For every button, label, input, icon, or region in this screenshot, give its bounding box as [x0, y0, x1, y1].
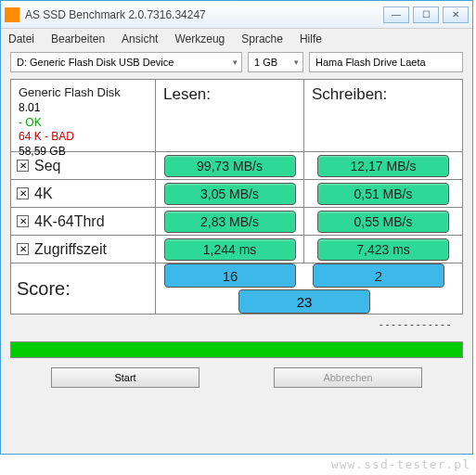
maximize-button[interactable]: ☐: [413, 6, 439, 23]
access-read-value: 1,244 ms: [164, 238, 296, 261]
menu-file[interactable]: Datei: [8, 32, 34, 45]
seq-label: Seq: [34, 158, 60, 174]
score-label-cell: Score:: [11, 263, 156, 314]
dashes-indicator: ------------: [10, 315, 463, 334]
seq-checkbox[interactable]: ✕: [17, 160, 29, 172]
row-4k: ✕4K 3,05 MB/s 0,51 MB/s: [11, 180, 462, 208]
device-info-cell: Generic Flash Disk 8.01 - OK 64 K - BAD …: [11, 80, 156, 151]
seq-read-cell: 99,73 MB/s: [156, 152, 304, 179]
4k-read-cell: 3,05 MB/s: [156, 180, 304, 207]
access-read-cell: 1,244 ms: [156, 236, 304, 263]
abort-button[interactable]: Abbrechen: [274, 367, 422, 388]
progress-bar: [10, 341, 463, 358]
app-icon: [5, 7, 19, 22]
button-row: Start Abbrechen: [1, 366, 472, 393]
read-header-cell: Lesen:: [156, 80, 304, 151]
menu-view[interactable]: Ansicht: [122, 32, 158, 45]
device-name: Generic Flash Disk: [19, 85, 121, 99]
row-score: Score: 16 2 23: [11, 263, 462, 314]
4k64-read-cell: 2,83 MB/s: [156, 208, 304, 235]
4k64-label-cell: ✕4K-64Thrd: [11, 208, 156, 235]
drive-name-input[interactable]: Hama Flash Drive Laeta: [309, 52, 463, 72]
row-seq: ✕Seq 99,73 MB/s 12,17 MB/s: [11, 152, 462, 180]
4k-label-cell: ✕4K: [11, 180, 156, 207]
4k-read-value: 3,05 MB/s: [164, 183, 296, 205]
access-label-cell: ✕Zugriffszeit: [11, 236, 156, 263]
drive-name-value: Hama Flash Drive Laeta: [315, 57, 426, 68]
4k64-read-value: 2,83 MB/s: [164, 211, 296, 233]
score-read: 16: [164, 263, 296, 288]
read-header: Lesen:: [163, 85, 211, 104]
score-total: 23: [238, 289, 370, 314]
header-row: Generic Flash Disk 8.01 - OK 64 K - BAD …: [11, 80, 462, 152]
status-ok: - OK: [19, 116, 42, 131]
write-header-cell: Schreiben:: [304, 80, 462, 151]
device-select-value: D: Generic Flash Disk USB Device: [17, 57, 174, 68]
4k-checkbox[interactable]: ✕: [17, 187, 29, 199]
device-version: 8.01: [19, 101, 40, 116]
size-select[interactable]: 1 GB: [248, 52, 303, 72]
device-select[interactable]: D: Generic Flash Disk USB Device: [10, 52, 242, 72]
4k64-write-value: 0,55 MB/s: [317, 211, 449, 233]
size-select-value: 1 GB: [254, 57, 277, 68]
titlebar: AS SSD Benchmark 2.0.7316.34247 ― ☐ ✕: [1, 1, 472, 29]
menu-edit[interactable]: Bearbeiten: [51, 32, 105, 45]
4k-write-value: 0,51 MB/s: [317, 183, 449, 205]
app-window: AS SSD Benchmark 2.0.7316.34247 ― ☐ ✕ Da…: [0, 0, 473, 455]
4k64-label: 4K-64Thrd: [34, 213, 105, 230]
seq-write-cell: 12,17 MB/s: [304, 152, 462, 179]
seq-read-value: 99,73 MB/s: [164, 155, 296, 177]
4k64-write-cell: 0,55 MB/s: [304, 208, 462, 235]
seq-write-value: 12,17 MB/s: [317, 155, 449, 177]
start-button[interactable]: Start: [51, 367, 199, 388]
4k-label: 4K: [34, 186, 53, 202]
menu-tool[interactable]: Werkzeug: [174, 32, 225, 45]
watermark: www.ssd-tester.pl: [331, 457, 470, 471]
results-area: Generic Flash Disk 8.01 - OK 64 K - BAD …: [1, 75, 472, 338]
row-4k64: ✕4K-64Thrd 2,83 MB/s 0,55 MB/s: [11, 208, 462, 236]
write-header: Schreiben:: [312, 85, 387, 104]
status-bad: 64 K - BAD: [19, 130, 74, 145]
4k-write-cell: 0,51 MB/s: [304, 180, 462, 207]
menubar: Datei Bearbeiten Ansicht Werkzeug Sprach…: [1, 29, 472, 49]
row-access: ✕Zugriffszeit 1,244 ms 7,423 ms: [11, 236, 462, 263]
access-label: Zugriffszeit: [34, 241, 107, 258]
access-write-value: 7,423 ms: [317, 238, 449, 261]
access-checkbox[interactable]: ✕: [17, 243, 29, 255]
4k64-checkbox[interactable]: ✕: [17, 215, 29, 227]
score-write: 2: [313, 263, 444, 288]
menu-help[interactable]: Hilfe: [300, 32, 322, 45]
toolbar: D: Generic Flash Disk USB Device 1 GB Ha…: [1, 49, 472, 75]
seq-label-cell: ✕Seq: [11, 152, 156, 179]
menu-language[interactable]: Sprache: [241, 32, 283, 45]
results-grid: Generic Flash Disk 8.01 - OK 64 K - BAD …: [10, 79, 463, 315]
window-title: AS SSD Benchmark 2.0.7316.34247: [25, 8, 383, 21]
score-label: Score:: [17, 278, 71, 300]
access-write-cell: 7,423 ms: [304, 236, 462, 263]
window-controls: ― ☐ ✕: [383, 6, 469, 23]
score-values-cell: 16 2 23: [156, 263, 453, 314]
minimize-button[interactable]: ―: [383, 6, 409, 23]
close-button[interactable]: ✕: [443, 6, 469, 23]
